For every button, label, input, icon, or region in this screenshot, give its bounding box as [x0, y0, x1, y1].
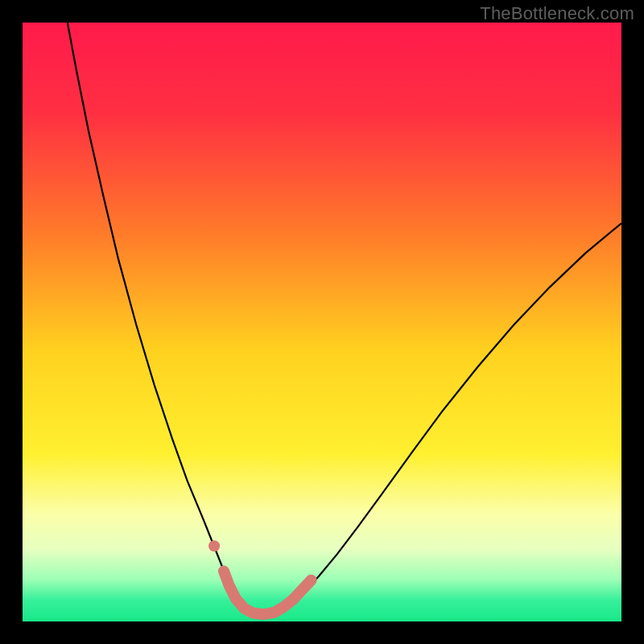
- bottleneck-chart: [23, 23, 621, 621]
- chart-frame: [23, 23, 621, 621]
- gradient-background: [23, 23, 621, 621]
- watermark-text: TheBottleneck.com: [480, 3, 634, 24]
- highlight-dot: [208, 540, 220, 551]
- marker-layer: [208, 540, 220, 551]
